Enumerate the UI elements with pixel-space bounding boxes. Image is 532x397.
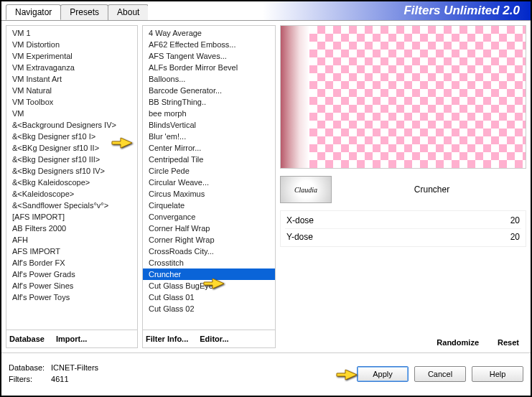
category-panel: VM 1VM DistortionVM ExperimentalVM Extra… xyxy=(6,25,138,348)
tab-about[interactable]: About xyxy=(108,4,149,20)
list-item[interactable]: Cut Glass 01 xyxy=(143,291,275,303)
param-row[interactable]: X-dose20 xyxy=(285,212,521,229)
list-item[interactable]: AF62 Effected Emboss... xyxy=(143,39,275,50)
tab-bar: Navigator Presets About xyxy=(1,1,148,20)
pointer-icon xyxy=(335,365,360,386)
list-item[interactable]: Corner Half Wrap xyxy=(143,223,275,234)
list-item[interactable]: Circular Weave... xyxy=(143,177,275,188)
list-item[interactable]: AFS IMPORT xyxy=(6,246,137,257)
preview-image xyxy=(280,25,526,169)
list-item[interactable]: VM xyxy=(6,108,137,119)
list-item[interactable]: Alf's Power Toys xyxy=(6,291,137,303)
category-footer: Database Import... xyxy=(6,330,137,347)
list-item[interactable]: VM Natural xyxy=(6,85,137,96)
list-item[interactable]: bee morph xyxy=(143,108,275,119)
list-item[interactable]: Cruncher xyxy=(143,268,275,280)
list-item[interactable]: Center Mirror... xyxy=(143,142,275,154)
param-value: 20 xyxy=(510,215,520,225)
list-item[interactable]: Balloons... xyxy=(143,73,275,85)
list-item[interactable]: Alf's Border FX xyxy=(6,257,137,268)
database-button[interactable]: Database xyxy=(9,335,45,343)
import-button[interactable]: Import... xyxy=(56,335,87,343)
list-item[interactable]: VM Distortion xyxy=(6,39,137,50)
list-item[interactable]: &<Kaleidoscope> xyxy=(6,188,137,200)
list-item[interactable]: &<Bkg Kaleidoscope> xyxy=(6,177,137,188)
tab-navigator[interactable]: Navigator xyxy=(6,4,61,20)
header: Navigator Presets About Filters Unlimite… xyxy=(1,1,531,20)
randomize-button[interactable]: Randomize xyxy=(437,338,479,347)
filter-panel: 4 Way AverageAF62 Effected Emboss...AFS … xyxy=(142,25,276,348)
list-item[interactable]: &<BKg Designer sf10 II> xyxy=(6,142,137,154)
preview-panel: Claudia Cruncher X-dose20Y-dose20 Random… xyxy=(280,25,526,348)
param-row[interactable]: Y-dose20 xyxy=(285,229,521,245)
reset-button[interactable]: Reset xyxy=(498,338,519,347)
list-item[interactable]: Barcode Generator... xyxy=(143,85,275,96)
list-item[interactable]: &<Bkg Designer sf10 III> xyxy=(6,154,137,165)
database-info: Database: ICNET-Filters Filters: 4611 xyxy=(9,363,98,385)
list-item[interactable]: ALFs Border Mirror Bevel xyxy=(143,62,275,73)
param-label: X-dose xyxy=(286,215,314,225)
title-bar: Filters Unlimited 2.0 xyxy=(148,1,531,20)
list-item[interactable]: BB StringThing.. xyxy=(143,96,275,108)
list-item[interactable]: CrossRoads City... xyxy=(143,246,275,257)
list-item[interactable]: Corner Right Wrap xyxy=(143,234,275,246)
list-item[interactable]: &<Sandflower Specials°v°> xyxy=(6,200,137,211)
list-item[interactable]: Circus Maximus xyxy=(143,188,275,200)
filter-list[interactable]: 4 Way AverageAF62 Effected Emboss...AFS … xyxy=(143,26,275,330)
bottom-bar: Database: ICNET-Filters Filters: 4611 Ap… xyxy=(1,352,531,394)
list-item[interactable]: Centripedal Tile xyxy=(143,154,275,165)
tab-presets[interactable]: Presets xyxy=(60,4,108,20)
app-title: Filters Unlimited 2.0 xyxy=(403,4,520,18)
list-item[interactable]: AFH xyxy=(6,234,137,246)
list-item[interactable]: VM Extravaganza xyxy=(6,62,137,73)
editor-button[interactable]: Editor... xyxy=(200,335,228,343)
author-badge: Claudia xyxy=(280,176,332,203)
list-item[interactable]: Alf's Power Grads xyxy=(6,268,137,280)
filter-info-button[interactable]: Filter Info... xyxy=(146,335,188,343)
list-item[interactable]: Circle Pede xyxy=(143,165,275,177)
list-item[interactable]: Cut Glass BugEye xyxy=(143,280,275,291)
category-list[interactable]: VM 1VM DistortionVM ExperimentalVM Extra… xyxy=(6,26,137,330)
list-item[interactable]: VM 1 xyxy=(6,27,137,39)
list-item[interactable]: Convergance xyxy=(143,211,275,223)
list-item[interactable]: VM Instant Art xyxy=(6,73,137,85)
list-item[interactable]: AB Filters 2000 xyxy=(6,223,137,234)
list-item[interactable]: Alf's Power Sines xyxy=(6,280,137,291)
list-item[interactable]: BlindsVertical xyxy=(143,119,275,131)
list-item[interactable]: 4 Way Average xyxy=(143,27,275,39)
list-item[interactable]: [AFS IMPORT] xyxy=(6,211,137,223)
param-value: 20 xyxy=(510,232,520,242)
help-button[interactable]: Help xyxy=(472,366,523,382)
list-item[interactable]: &<Bkg Designer sf10 I> xyxy=(6,131,137,142)
list-item[interactable]: &<Background Designers IV> xyxy=(6,119,137,131)
list-item[interactable]: VM Experimental xyxy=(6,50,137,62)
list-item[interactable]: Blur 'em!... xyxy=(143,131,275,142)
parameters-box: X-dose20Y-dose20 xyxy=(280,210,526,247)
selected-filter-name: Cruncher xyxy=(337,185,526,195)
list-item[interactable]: AFS Tangent Waves... xyxy=(143,50,275,62)
main-content: VM 1VM DistortionVM ExperimentalVM Extra… xyxy=(1,20,531,352)
list-item[interactable]: Crosstitch xyxy=(143,257,275,268)
list-item[interactable]: &<Bkg Designers sf10 IV> xyxy=(6,165,137,177)
list-item[interactable]: Cut Glass 02 xyxy=(143,303,275,314)
list-item[interactable]: VM Toolbox xyxy=(6,96,137,108)
param-label: Y-dose xyxy=(286,232,313,242)
apply-button[interactable]: Apply xyxy=(357,366,409,382)
cancel-button[interactable]: Cancel xyxy=(414,366,466,382)
list-item[interactable]: Cirquelate xyxy=(143,200,275,211)
filter-footer: Filter Info... Editor... xyxy=(143,330,275,347)
